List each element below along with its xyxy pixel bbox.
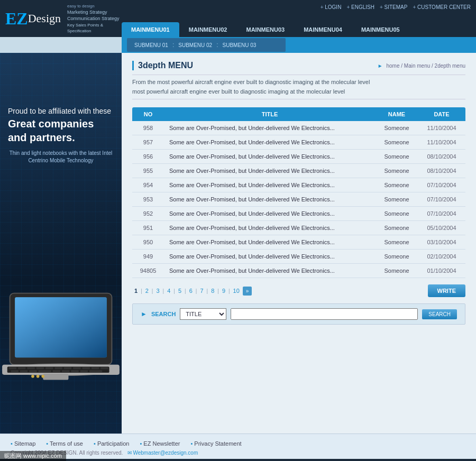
footer-link-ez-newsletter[interactable]: EZ Newsletter <box>140 440 180 447</box>
page-number-8[interactable]: 8 <box>209 287 216 295</box>
svg-point-27 <box>31 375 34 378</box>
pagination-next-button[interactable]: » <box>243 287 252 296</box>
nav-mainmenu03[interactable]: MAINMENU03 <box>236 22 294 37</box>
cell-name: Someone <box>376 235 418 250</box>
svg-rect-15 <box>91 367 99 369</box>
svg-rect-17 <box>11 370 19 372</box>
customer-center-link[interactable]: CUSTOMER CENTER <box>413 4 471 10</box>
svg-point-28 <box>36 375 40 378</box>
table-row[interactable]: 956 Some are Over-Promised, but Under-de… <box>132 150 465 164</box>
page-number-3[interactable]: 3 <box>154 287 161 295</box>
cell-name: Someone <box>376 221 418 235</box>
svg-rect-23 <box>71 370 78 372</box>
cell-name: Someone <box>376 207 418 221</box>
breadcrumb: ► home / Main menu / 2depth menu <box>378 63 465 69</box>
laptop-illustration <box>0 288 122 402</box>
tagline-2: Marketing Strategy <box>67 9 122 16</box>
logo-taglines: easy to design Marketing Strategy Commun… <box>67 3 122 34</box>
tagline-3: Communication Strategy <box>67 15 122 22</box>
sitemap-link[interactable]: SITEMAP <box>380 4 408 10</box>
page-number-5[interactable]: 5 <box>176 287 184 295</box>
table-row[interactable]: 951 Some are Over-Promised, but Under-de… <box>132 221 465 235</box>
description-line2: most powerful aircraft engine ever built… <box>132 87 465 97</box>
cell-name: Someone <box>376 135 418 150</box>
col-header-title: TITLE <box>164 107 376 121</box>
table-row[interactable]: 953 Some are Over-Promised, but Under-de… <box>132 192 465 207</box>
nav-mainmenu02[interactable]: MAINMENU02 <box>179 22 237 37</box>
table-row[interactable]: 952 Some are Over-Promised, but Under-de… <box>132 207 465 221</box>
search-select[interactable]: TITLECONTENTAUTHOR <box>180 308 226 320</box>
table-row[interactable]: 955 Some are Over-Promised, but Under-de… <box>132 164 465 178</box>
svg-rect-13 <box>73 367 80 369</box>
sub-nav-sep-2: : <box>216 41 218 49</box>
nipic-watermark: 昵图网 www.nipic.com <box>0 451 66 461</box>
breadcrumb-row: 3depth MENU ► home / Main menu / 2depth … <box>132 61 465 70</box>
page-separator: | <box>141 288 142 294</box>
write-button[interactable]: WRITE <box>428 284 465 297</box>
search-input[interactable] <box>231 308 418 320</box>
english-link[interactable]: ENGLISH <box>346 4 374 10</box>
page-separator: | <box>163 288 164 294</box>
cell-date: 11/10/2004 <box>418 135 465 150</box>
svg-rect-2 <box>15 297 107 357</box>
footer: SitemapTerms of useParticipationEZ Newsl… <box>0 434 476 459</box>
main-nav: MAINMENU01 MAINMENU02 MAINMENU03 MAINMEN… <box>122 22 476 37</box>
cell-no: 954 <box>132 178 164 192</box>
page-separator: | <box>152 288 153 294</box>
layout: Proud to be affiliated with these Great … <box>0 53 476 434</box>
login-link[interactable]: LOGIN <box>321 4 342 10</box>
cell-date: 08/10/2004 <box>418 150 465 164</box>
page-number-7[interactable]: 7 <box>198 287 205 295</box>
cell-date: 03/10/2004 <box>418 235 465 250</box>
footer-link-privacy-statement[interactable]: Privacy Statement <box>190 440 241 447</box>
page-number-10[interactable]: 10 <box>231 287 242 295</box>
pagination: 1 | 2 | 3 | 4 | 5 | 6 | 7 | 8 | 9 | 10» <box>132 287 252 296</box>
footer-link-terms-of-use[interactable]: Terms of use <box>46 440 83 447</box>
svg-rect-6 <box>9 367 16 369</box>
table-row[interactable]: 954 Some are Over-Promised, but Under-de… <box>132 178 465 192</box>
cell-title: Some are Over-Promised, but Under-delive… <box>164 207 376 221</box>
page-number-1[interactable]: 1 <box>132 287 140 295</box>
nav-mainmenu04[interactable]: MAINMENU04 <box>294 22 352 37</box>
page-separator: | <box>217 288 219 294</box>
table-row[interactable]: 94805 Some are Over-Promised, but Under-… <box>132 264 465 278</box>
sub-nav-item-2[interactable]: SUBMENU 02 <box>176 42 214 48</box>
nav-mainmenu05[interactable]: MAINMENU05 <box>352 22 409 37</box>
cell-title: Some are Over-Promised, but Under-delive… <box>164 150 376 164</box>
svg-rect-12 <box>64 367 71 369</box>
sub-nav-wrap: SUBMENU 01 : SUBMENU 02 : SUBMENU 03 <box>127 38 286 52</box>
table-head: NO TITLE NAME DATE <box>132 107 465 121</box>
svg-rect-24 <box>80 370 88 372</box>
table-row[interactable]: 958 Some are Over-Promised, but Under-de… <box>132 121 465 135</box>
logo: EZ Design easy to design Marketing Strat… <box>0 3 122 34</box>
cell-name: Someone <box>376 264 418 278</box>
logo-ez: EZ <box>5 9 28 29</box>
cell-title: Some are Over-Promised, but Under-delive… <box>164 192 376 207</box>
header: EZ Design easy to design Marketing Strat… <box>0 0 476 37</box>
svg-rect-19 <box>29 370 36 372</box>
sub-nav-item-3[interactable]: SUBMENU 03 <box>221 42 259 48</box>
cell-date: 11/10/2004 <box>418 121 465 135</box>
footer-link-participation[interactable]: Participation <box>94 440 129 447</box>
svg-rect-14 <box>82 367 89 369</box>
cell-date: 07/10/2004 <box>418 192 465 207</box>
cell-title: Some are Over-Promised, but Under-delive… <box>164 121 376 135</box>
footer-email[interactable]: Webmaster@ezdesign.com <box>133 450 198 456</box>
cell-no: 957 <box>132 135 164 150</box>
sub-nav-item-1[interactable]: SUBMENU 01 <box>132 42 170 48</box>
page-number-4[interactable]: 4 <box>165 287 172 295</box>
footer-link-sitemap[interactable]: Sitemap <box>11 440 35 447</box>
table-row[interactable]: 949 Some are Over-Promised, but Under-de… <box>132 250 465 264</box>
nav-mainmenu01[interactable]: MAINMENU01 <box>122 22 179 37</box>
page-number-9[interactable]: 9 <box>220 287 227 295</box>
cell-date: 07/10/2004 <box>418 178 465 192</box>
page-number-2[interactable]: 2 <box>143 287 151 295</box>
cell-no: 949 <box>132 250 164 264</box>
cell-title: Some are Over-Promised, but Under-delive… <box>164 250 376 264</box>
table-row[interactable]: 957 Some are Over-Promised, but Under-de… <box>132 135 465 150</box>
svg-rect-22 <box>62 370 69 372</box>
search-button[interactable]: SEARCH <box>422 309 457 319</box>
table-row[interactable]: 950 Some are Over-Promised, but Under-de… <box>132 235 465 250</box>
page-number-6[interactable]: 6 <box>187 287 195 295</box>
col-header-no: NO <box>132 107 164 121</box>
